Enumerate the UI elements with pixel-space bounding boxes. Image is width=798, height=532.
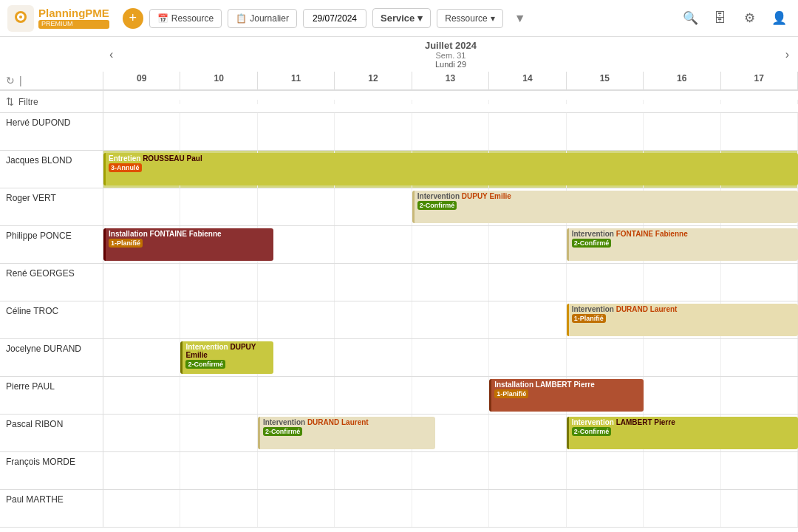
day-header-10: 10 bbox=[180, 72, 257, 89]
event-person: DURAND Laurent bbox=[307, 418, 369, 426]
event-1-row-3[interactable]: Intervention FONTAINE Fabienne2-Confirmé bbox=[567, 228, 798, 261]
refresh-button[interactable]: ↻ bbox=[6, 75, 15, 86]
sub-date-col-14 bbox=[489, 100, 566, 104]
row-cells: Installation LAMBERT Pierre1-Planifié bbox=[103, 377, 798, 414]
table-row: Roger VERTIntervention DUPUY Emilie2-Con… bbox=[0, 188, 798, 226]
sub-date-col-15 bbox=[567, 100, 644, 104]
event-person: DUPUY Emilie bbox=[462, 192, 511, 200]
service-dropdown[interactable]: Service ▾ bbox=[372, 8, 431, 28]
event-0-row-1[interactable]: Entretien ROUSSEAU Paul3-Annulé bbox=[103, 153, 798, 185]
ressource2-label: Ressource bbox=[445, 13, 487, 24]
filter-button[interactable]: ▼ bbox=[509, 7, 531, 30]
filter-label: Filtre bbox=[18, 97, 38, 107]
journalier-label: Journalier bbox=[250, 13, 289, 24]
row-cells: Entretien ROUSSEAU Paul3-Annulé bbox=[103, 151, 798, 188]
ressource-nav-button[interactable]: 📅 Ressource bbox=[149, 9, 222, 28]
row-cells: Intervention DURAND Laurent2-ConfirméInt… bbox=[103, 415, 798, 451]
add-button[interactable]: + bbox=[123, 8, 143, 29]
event-badge: 1-Planifié bbox=[572, 314, 606, 323]
day-header-11: 11 bbox=[258, 72, 335, 89]
row-cells: Intervention DUPUY Emilie2-Confirmé bbox=[103, 188, 798, 225]
event-badge: 1-Planifié bbox=[109, 239, 143, 248]
cell-1 bbox=[180, 188, 257, 225]
sort-button[interactable]: ⇅ bbox=[6, 96, 14, 107]
cell-8 bbox=[721, 264, 798, 301]
dates-columns-header: 091011121314151617 bbox=[103, 72, 798, 89]
cell-4 bbox=[412, 452, 489, 489]
search-button[interactable]: 🔍 bbox=[678, 7, 702, 30]
cell-0 bbox=[103, 301, 180, 338]
row-label-françois_morde: François MORDE bbox=[0, 452, 103, 489]
cell-0 bbox=[103, 452, 180, 489]
day-header-15: 15 bbox=[567, 72, 644, 89]
event-title: Entretien bbox=[109, 154, 143, 163]
event-person: DURAND Laurent bbox=[616, 305, 678, 313]
next-button[interactable]: › bbox=[780, 47, 795, 63]
event-badge: 2-Confirmé bbox=[572, 239, 612, 248]
journalier-button[interactable]: 📋 Journalier bbox=[228, 9, 297, 28]
cell-3 bbox=[335, 264, 412, 301]
row-label-jocelyne_durand: Jocelyne DURAND bbox=[0, 339, 103, 376]
filter-icon: ▼ bbox=[514, 12, 526, 25]
event-0-row-2[interactable]: Intervention DUPUY Emilie2-Confirmé bbox=[412, 191, 798, 223]
cell-1 bbox=[180, 264, 257, 301]
event-title: Installation bbox=[494, 381, 536, 389]
sub-date-col-12 bbox=[335, 100, 412, 104]
day-header-09: 09 bbox=[103, 72, 180, 89]
cell-5 bbox=[489, 113, 566, 150]
dates-header-row: ↻ | 091011121314151617 bbox=[0, 72, 798, 90]
service-chevron-icon: ▾ bbox=[417, 13, 423, 24]
cell-6 bbox=[567, 113, 644, 150]
event-title: Installation bbox=[109, 230, 150, 238]
event-title: Intervention bbox=[185, 343, 230, 351]
sub-date-col-11 bbox=[258, 100, 335, 104]
row-label-paul_marthe: Paul MARTHE bbox=[0, 490, 103, 527]
table-row: Jacques BLONDEntretien ROUSSEAU Paul3-An… bbox=[0, 151, 798, 188]
event-0-row-8[interactable]: Intervention DURAND Laurent2-Confirmé bbox=[258, 417, 435, 449]
logo: PlanningPME PREMIUM bbox=[7, 5, 109, 32]
table-row: René GEORGES bbox=[0, 264, 798, 301]
cell-3 bbox=[335, 339, 412, 376]
row-label-rené_georges: René GEORGES bbox=[0, 264, 103, 301]
event-person: LAMBERT Pierre bbox=[616, 418, 675, 426]
event-1-row-8[interactable]: Intervention LAMBERT Pierre2-Confirmé bbox=[567, 417, 798, 449]
row-cells: Installation FONTAINE Fabienne1-Planifié… bbox=[103, 226, 798, 263]
user-button[interactable]: 👤 bbox=[767, 7, 791, 30]
event-0-row-5[interactable]: Intervention DURAND Laurent1-Planifié bbox=[567, 304, 798, 336]
prev-button[interactable]: ‹ bbox=[103, 47, 119, 63]
cell-4 bbox=[412, 264, 489, 301]
cell-7 bbox=[644, 490, 720, 527]
table-row: Jocelyne DURANDIntervention DUPUY Emilie… bbox=[0, 339, 798, 377]
table-row: François MORDE bbox=[0, 452, 798, 490]
event-0-row-7[interactable]: Installation LAMBERT Pierre1-Planifié bbox=[489, 379, 644, 412]
event-title: Intervention bbox=[263, 418, 307, 426]
event-person: LAMBERT Pierre bbox=[536, 381, 595, 389]
logo-planning: PlanningPME bbox=[38, 7, 109, 20]
cell-8 bbox=[721, 490, 798, 527]
day-header-14: 14 bbox=[489, 72, 566, 89]
cell-5 bbox=[489, 226, 566, 263]
event-0-row-3[interactable]: Installation FONTAINE Fabienne1-Planifié bbox=[103, 228, 273, 261]
collapse-button[interactable]: | bbox=[19, 75, 22, 86]
database-icon: 🗄 bbox=[714, 11, 726, 26]
calendar-small-icon: 📅 bbox=[157, 13, 168, 24]
sub-date-col-16 bbox=[644, 100, 720, 104]
database-button[interactable]: 🗄 bbox=[708, 7, 732, 30]
date-button[interactable]: 29/07/2024 bbox=[303, 9, 366, 28]
logo-premium: PREMIUM bbox=[38, 20, 109, 29]
day-header-13: 13 bbox=[412, 72, 489, 89]
row-label-jacques_blond: Jacques BLOND bbox=[0, 151, 103, 188]
event-title: Intervention bbox=[572, 305, 616, 313]
event-0-row-6[interactable]: Intervention DUPUY Emilie2-Confirmé bbox=[180, 341, 273, 374]
row-cells bbox=[103, 490, 798, 527]
row-label-roger_vert: Roger VERT bbox=[0, 188, 103, 225]
cell-5 bbox=[489, 339, 566, 376]
cell-3 bbox=[335, 452, 412, 489]
calendar-header: ‹ Juillet 2024 Sem. 31 Lundi 29 › ↻ | 09… bbox=[0, 37, 798, 91]
ressource-dropdown[interactable]: Ressource ▾ bbox=[437, 9, 502, 28]
table-row: Céline TROCIntervention DURAND Laurent1-… bbox=[0, 301, 798, 339]
row-cells: Intervention DUPUY Emilie2-Confirmé bbox=[103, 339, 798, 376]
settings-button[interactable]: ⚙ bbox=[737, 7, 761, 30]
sub-header-dates bbox=[103, 100, 798, 104]
cell-2 bbox=[258, 264, 335, 301]
